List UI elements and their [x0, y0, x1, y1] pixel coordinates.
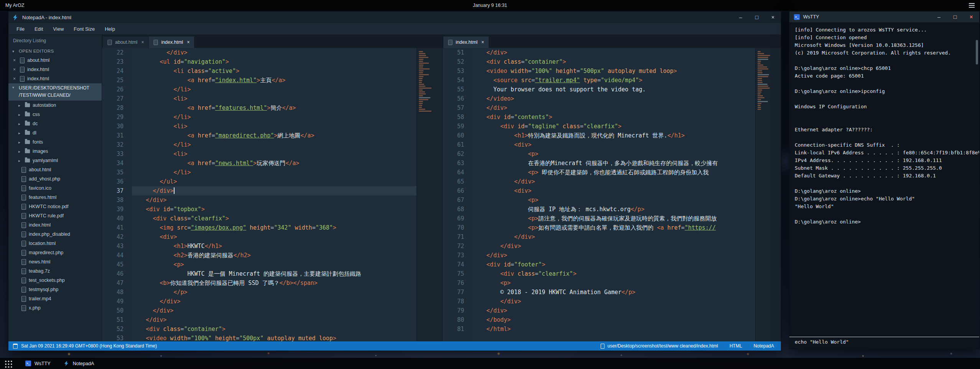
menu-item-help[interactable]: Help [100, 26, 120, 32]
file-item[interactable]: favicon.ico [8, 184, 102, 193]
hamburger-menu-icon[interactable] [969, 3, 975, 8]
folder-icon [25, 113, 30, 116]
file-item[interactable]: mapredirect.php [8, 248, 102, 257]
minimize-icon[interactable]: – [931, 12, 947, 22]
file-item[interactable]: x.php [8, 303, 102, 313]
line-number: 56 [443, 94, 464, 103]
file-icon [21, 296, 26, 302]
tab-about.html[interactable]: about.html× [103, 36, 148, 48]
file-item[interactable]: location.html [8, 239, 102, 248]
close-editor-icon[interactable]: × [13, 76, 17, 81]
right-code[interactable]: </div> <div class="container"> <video wi… [470, 48, 755, 341]
file-item[interactable]: testmysql.php [8, 285, 102, 294]
code-line: </video> [473, 94, 755, 103]
system-menu-title[interactable]: My ArOZ [5, 3, 24, 8]
line-number: 71 [443, 232, 464, 242]
taskbar-item-wstty[interactable]: >_ WsTTY [25, 361, 51, 366]
terminal-icon: >_ [794, 14, 800, 20]
line-number: 66 [443, 186, 464, 195]
code-line: </div> [473, 177, 755, 186]
code-line: </div> [132, 297, 417, 306]
wstty-titlebar[interactable]: >_ WsTTY – □ × [789, 12, 979, 22]
code-line: <p> [132, 260, 417, 269]
folder-item[interactable]: ▸dl [8, 128, 102, 137]
line-number: 23 [102, 57, 124, 66]
right-editor-pane: index.html× 5152535455565758596061626364… [443, 35, 781, 341]
close-editor-icon[interactable]: × [13, 58, 17, 63]
maximize-icon[interactable]: □ [749, 12, 765, 23]
line-number: 52 [443, 57, 464, 66]
line-number: 58 [443, 113, 464, 122]
line-number: 68 [443, 205, 464, 214]
menu-item-edit[interactable]: Edit [30, 26, 48, 32]
file-item[interactable]: news.html [8, 257, 102, 266]
close-icon[interactable]: × [765, 12, 781, 23]
file-icon [21, 195, 26, 200]
file-item[interactable]: trailer.mp4 [8, 294, 102, 303]
tab-close-icon[interactable]: × [141, 40, 144, 45]
taskbar-item-notepada[interactable]: NotepadA [64, 361, 94, 366]
terminal-scrollbar[interactable] [976, 40, 978, 65]
file-item[interactable]: index.php_disabled [8, 230, 102, 239]
folder-item[interactable]: ▸images [8, 147, 102, 156]
terminal-line: D:\golang\aroz online> [795, 187, 974, 195]
notepad-titlebar[interactable]: NotepadA - index.html – □ × [8, 12, 781, 23]
file-item[interactable]: features.html [8, 193, 102, 202]
file-icon [21, 176, 26, 182]
left-minimap[interactable] [417, 48, 442, 341]
file-label: index.php_disabled [29, 232, 70, 237]
status-language[interactable]: HTML [730, 343, 742, 349]
chevron-right-icon: ▸ [18, 159, 22, 163]
folder-item[interactable]: ▸autostation [8, 101, 102, 110]
folder-item[interactable]: ▸css [8, 110, 102, 119]
root-folder-item[interactable]: ▾ USER:/DESKTOP/SCREENSHOT /TEST/WWW CLE… [8, 83, 102, 101]
maximize-icon[interactable]: □ [947, 12, 963, 22]
terminal-line [795, 57, 974, 65]
open-editors-section[interactable]: ▾ OPEN EDITORS [8, 46, 102, 56]
file-item[interactable]: about.html [8, 165, 102, 174]
tab-index.html[interactable]: index.html× [149, 36, 194, 48]
file-item[interactable]: test_sockets.php [8, 276, 102, 285]
tab-close-icon[interactable]: × [481, 40, 484, 45]
file-item[interactable]: index.html [8, 220, 102, 230]
line-number: 22 [102, 48, 124, 57]
tab-close-icon[interactable]: × [187, 40, 189, 45]
menu-item-view[interactable]: View [48, 26, 69, 32]
file-item[interactable]: add_vhost.php [8, 174, 102, 184]
open-editor-label: index.html [27, 76, 49, 81]
file-item[interactable]: teabag.7z [8, 266, 102, 276]
left-code[interactable]: </div> <ul id="navigation"> <li class="a… [130, 48, 417, 341]
menu-item-font-size[interactable]: Font Size [69, 26, 100, 32]
line-number: 44 [102, 251, 124, 260]
file-item[interactable]: HKWTC rule.pdf [8, 211, 102, 220]
terminal-line: D:\golang\aroz online>ipconfig [795, 88, 974, 95]
code-line: <div id="footer"> [473, 260, 755, 269]
open-editor-item[interactable]: ×about.html [8, 56, 102, 65]
left-editor-pane: about.html×index.html× 22232425262728293… [102, 35, 443, 341]
terminal-line [795, 118, 974, 126]
tab-index.html[interactable]: index.html× [443, 36, 489, 48]
terminal-input[interactable]: echo "Hello World" [789, 337, 979, 349]
code-line: <ul id="navigation"> [132, 57, 417, 66]
close-icon[interactable]: × [963, 12, 979, 22]
open-editor-item[interactable]: ×index.html [8, 65, 102, 74]
open-editor-item[interactable]: ×index.html [8, 74, 102, 83]
code-line: <a href="mapredirect.php">網上地圖</a> [132, 131, 417, 140]
status-file-path-group[interactable]: user/Desktop/screenshot/test/www cleaned… [601, 343, 718, 349]
line-number: 78 [443, 297, 464, 306]
folder-item[interactable]: ▸fonts [8, 137, 102, 147]
file-label: HKWTC rule.pdf [29, 213, 64, 218]
line-number: 47 [102, 278, 124, 288]
chevron-right-icon: ▸ [18, 122, 22, 126]
file-item[interactable]: HKWTC notice.pdf [8, 202, 102, 211]
line-number: 25 [102, 76, 124, 85]
folder-item[interactable]: ▸dc [8, 119, 102, 128]
code-line: <b>你知道我們全部伺服器已轉用 SSD 了嗎？</b></span> [132, 278, 417, 288]
terminal-output[interactable]: [info] Connecting to arozos WsTTY servic… [789, 22, 979, 337]
app-launcher-icon[interactable] [4, 359, 12, 368]
menu-item-file[interactable]: File [12, 26, 30, 32]
right-minimap[interactable] [755, 48, 781, 341]
minimize-icon[interactable]: – [733, 12, 749, 23]
close-editor-icon[interactable]: × [13, 67, 17, 72]
folder-item[interactable]: ▸yamlyamlml [8, 156, 102, 165]
